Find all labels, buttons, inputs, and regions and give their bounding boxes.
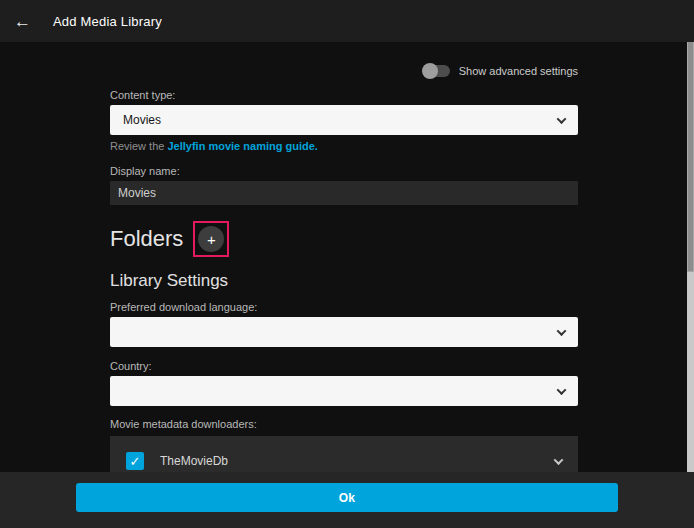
topbar: ← Add Media Library (0, 0, 694, 42)
add-folder-button[interactable]: + (198, 226, 224, 252)
scrollbar-track[interactable] (687, 42, 694, 472)
show-advanced-settings-label: Show advanced settings (459, 65, 578, 77)
country-label: Country: (110, 360, 578, 372)
chevron-down-icon (557, 326, 567, 336)
ok-button[interactable]: Ok (76, 483, 618, 512)
back-arrow-icon[interactable]: ← (14, 13, 31, 30)
chevron-down-icon (557, 114, 567, 124)
plus-icon: + (207, 232, 216, 247)
downloader-name: TheMovieDb (160, 454, 555, 468)
add-media-library-screen: ← Add Media Library Show advanced settin… (0, 0, 694, 528)
page-title: Add Media Library (53, 14, 162, 29)
content-type-select[interactable]: Movies (110, 105, 578, 135)
content-area: Show advanced settings Content type: Mov… (0, 42, 694, 528)
preferred-download-language-label: Preferred download language: (110, 301, 578, 313)
content-type-label: Content type: (110, 89, 578, 101)
advanced-settings-row: Show advanced settings (110, 62, 578, 79)
naming-guide-link[interactable]: Jellyfin movie naming guide. (167, 140, 317, 152)
naming-guide-help: Review the Jellyfin movie naming guide. (110, 140, 578, 152)
folders-heading: Folders (110, 226, 183, 252)
display-name-input[interactable] (110, 181, 578, 205)
click-highlight-box: + (193, 221, 229, 257)
country-select[interactable] (110, 376, 578, 406)
naming-guide-prefix: Review the (110, 140, 167, 152)
toggle-knob (422, 63, 438, 79)
movie-metadata-downloaders-label: Movie metadata downloaders: (110, 418, 578, 430)
footer-bar: Ok (0, 472, 694, 528)
display-name-label: Display name: (110, 165, 578, 177)
form-column: Show advanced settings Content type: Mov… (110, 62, 578, 486)
folders-section: Folders + (110, 221, 578, 257)
library-settings-heading: Library Settings (110, 271, 578, 291)
themoviedb-checkbox[interactable]: ✓ (126, 452, 144, 470)
chevron-down-icon (554, 455, 564, 465)
preferred-download-language-select[interactable] (110, 317, 578, 347)
scrollbar-thumb[interactable] (687, 42, 694, 272)
content-type-value: Movies (123, 113, 161, 127)
show-advanced-settings-toggle[interactable] (424, 65, 450, 77)
chevron-down-icon (557, 385, 567, 395)
check-icon: ✓ (130, 454, 141, 469)
